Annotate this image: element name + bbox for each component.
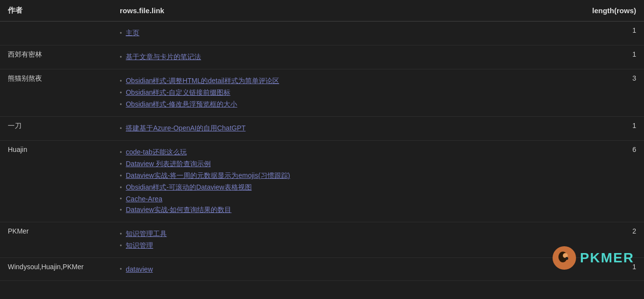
pkmer-brand-text: PKMER — [580, 250, 634, 266]
svg-point-3 — [565, 257, 568, 260]
links-cell: code-tab还能这么玩Dataview 列表进阶查询示例Dataview实战… — [112, 141, 560, 222]
links-cell: 基于文章与卡片的笔记法 — [112, 45, 560, 69]
links-cell: 搭建基于Azure-OpenAI的自用ChatGPT — [112, 117, 560, 141]
file-link[interactable]: Obsidian样式-调整HTML的detail样式为简单评论区 — [126, 77, 279, 85]
list-item: Cache-Area — [120, 193, 552, 204]
author-cell: Huajin — [0, 141, 112, 222]
pkmer-svg-icon — [554, 248, 575, 268]
table-row: PKMer知识管理工具知识管理2 — [0, 222, 644, 258]
file-link[interactable]: Dataview 列表进阶查询示例 — [126, 160, 210, 169]
file-link[interactable]: Cache-Area — [126, 195, 162, 203]
table-row: 熊猫别熬夜Obsidian样式-调整HTML的detail样式为简单评论区Obs… — [0, 69, 644, 117]
table-row: 西郊有密林基于文章与卡片的笔记法1 — [0, 45, 644, 69]
file-link[interactable]: 知识管理工具 — [126, 230, 167, 238]
list-item: code-tab还能这么玩 — [120, 147, 552, 158]
list-item: 知识管理工具 — [120, 228, 552, 240]
col-count: length(rows) — [560, 0, 644, 21]
author-cell: 一刀 — [0, 117, 112, 141]
list-item: 基于文章与卡片的笔记法 — [120, 51, 552, 63]
count-cell: 1 — [560, 45, 644, 69]
links-cell: dataview — [112, 258, 560, 281]
table-row: 一刀搭建基于Azure-OpenAI的自用ChatGPT1 — [0, 117, 644, 141]
list-item: Obsidian样式-调整HTML的detail样式为简单评论区 — [120, 75, 552, 87]
list-item: 搭建基于Azure-OpenAI的自用ChatGPT — [120, 123, 552, 134]
pkmer-logo-area: PKMER — [553, 246, 634, 270]
file-link[interactable]: Obsidian样式-自定义链接前缀图标 — [126, 88, 230, 97]
list-item: 主页 — [120, 27, 552, 39]
list-item: 知识管理 — [120, 240, 552, 252]
table-row: Huajincode-tab还能这么玩Dataview 列表进阶查询示例Data… — [0, 141, 644, 222]
links-cell: Obsidian样式-调整HTML的detail样式为简单评论区Obsidian… — [112, 69, 560, 117]
list-item: Obsidian样式-修改悬浮预览框的大小 — [120, 99, 552, 110]
count-cell: 3 — [560, 69, 644, 117]
count-cell: 6 — [560, 141, 644, 222]
col-author: 作者 — [0, 0, 112, 21]
list-item: Obsidian样式-可滚动的Dataview表格视图 — [120, 182, 552, 193]
file-link[interactable]: 知识管理 — [126, 241, 153, 250]
count-cell: 1 — [560, 21, 644, 45]
pkmer-icon — [553, 246, 576, 270]
links-cell: 知识管理工具知识管理 — [112, 222, 560, 258]
table-row: Windysoul,Huajin,PKMerdataview1 — [0, 258, 644, 281]
author-cell — [0, 21, 112, 45]
file-link[interactable]: 主页 — [126, 29, 139, 38]
author-cell: 熊猫别熬夜 — [0, 69, 112, 117]
file-link[interactable]: 基于文章与卡片的笔记法 — [126, 53, 201, 62]
count-cell: 1 — [560, 117, 644, 141]
file-link[interactable]: Dataview实战-如何查询结果的数目 — [126, 206, 231, 214]
list-item: Dataview实战-如何查询结果的数目 — [120, 204, 552, 216]
file-link[interactable]: Obsidian样式-修改悬浮预览框的大小 — [126, 100, 237, 109]
table-header-row: 作者 rows.file.link length(rows) — [0, 0, 644, 21]
list-item: Dataview实战-将一周的元数据显示为emojis(习惯跟踪) — [120, 170, 552, 182]
author-cell: 西郊有密林 — [0, 45, 112, 69]
file-link[interactable]: 搭建基于Azure-OpenAI的自用ChatGPT — [126, 124, 245, 133]
list-item: Obsidian样式-自定义链接前缀图标 — [120, 87, 552, 99]
list-item: dataview — [120, 264, 552, 275]
list-item: Dataview 列表进阶查询示例 — [120, 158, 552, 170]
file-link[interactable]: code-tab还能这么玩 — [126, 148, 186, 157]
author-cell: PKMer — [0, 222, 112, 258]
main-table-container: 作者 rows.file.link length(rows) 主页1西郊有密林基… — [0, 0, 644, 281]
col-links: rows.file.link — [112, 0, 560, 21]
author-cell: Windysoul,Huajin,PKMer — [0, 258, 112, 281]
file-link[interactable]: Obsidian样式-可滚动的Dataview表格视图 — [126, 183, 252, 192]
data-table: 作者 rows.file.link length(rows) 主页1西郊有密林基… — [0, 0, 644, 281]
table-row: 主页1 — [0, 21, 644, 45]
file-link[interactable]: Dataview实战-将一周的元数据显示为emojis(习惯跟踪) — [126, 171, 290, 180]
file-link[interactable]: dataview — [126, 265, 153, 273]
links-cell: 主页 — [112, 21, 560, 45]
